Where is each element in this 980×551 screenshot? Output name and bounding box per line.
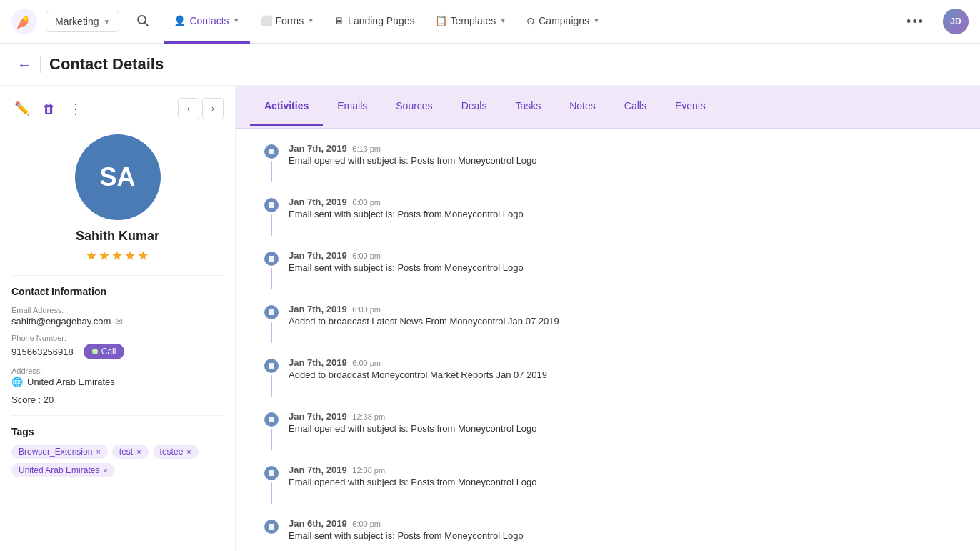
activity-time-detail: 6:00 pm bbox=[352, 198, 381, 207]
activity-time: Jan 7th, 2019 6:13 pm bbox=[289, 143, 951, 154]
separator-2 bbox=[11, 415, 224, 416]
tags-title: Tags bbox=[11, 426, 224, 437]
activity-item: Jan 7th, 2019 6:00 pm Added to broadcast… bbox=[264, 304, 951, 343]
forms-chevron-icon: ▼ bbox=[307, 16, 314, 24]
contact-navigation-arrows: ‹ › bbox=[178, 98, 224, 119]
app-logo[interactable] bbox=[11, 9, 37, 34]
activity-icon bbox=[264, 144, 279, 159]
more-options-button[interactable]: ⋮ bbox=[66, 97, 86, 120]
email-row: Email Address: sahith@engagebay.com ✉ bbox=[11, 306, 224, 327]
prev-contact-button[interactable]: ‹ bbox=[178, 98, 199, 119]
activity-description: Email opened with subject is: Posts from… bbox=[289, 423, 951, 434]
timeline-line bbox=[271, 161, 272, 182]
contact-info-title: Contact Information bbox=[11, 286, 224, 297]
tag-remove-button[interactable]: × bbox=[96, 447, 100, 456]
timeline-col bbox=[264, 357, 279, 397]
timeline-line bbox=[271, 268, 272, 289]
tab-calls[interactable]: Calls bbox=[610, 87, 661, 126]
tag-label: United Arab Emirates bbox=[19, 465, 99, 475]
call-button[interactable]: Call bbox=[84, 344, 125, 359]
tag-remove-button[interactable]: × bbox=[186, 447, 191, 456]
edit-button[interactable]: ✏️ bbox=[11, 98, 33, 119]
activity-description: Email opened with subject is: Posts from… bbox=[289, 155, 951, 166]
tags-section: Tags Browser_Extension×test×testee×Unite… bbox=[11, 426, 224, 477]
tab-emails[interactable]: Emails bbox=[323, 87, 381, 126]
activity-time: Jan 7th, 2019 6:00 pm bbox=[289, 250, 951, 261]
search-button[interactable] bbox=[131, 9, 155, 35]
user-avatar[interactable]: JD bbox=[943, 9, 969, 34]
activity-icon bbox=[264, 198, 279, 212]
nav-item-templates[interactable]: 📋 Templates ▼ bbox=[425, 0, 517, 44]
address-label: Address: bbox=[11, 367, 224, 375]
workspace-label: Marketing bbox=[55, 16, 99, 27]
svg-rect-4 bbox=[269, 202, 274, 208]
score-row: Score : 20 bbox=[11, 394, 224, 405]
forms-icon: ⬜ bbox=[260, 15, 272, 26]
activity-content: Jan 7th, 2019 6:00 pm Email sent with su… bbox=[289, 250, 951, 289]
header-divider bbox=[40, 56, 41, 73]
activity-description: Email sent with subject is: Posts from M… bbox=[289, 209, 951, 219]
tag-item: United Arab Emirates× bbox=[11, 463, 115, 477]
activity-item: Jan 7th, 2019 12:38 pm Email opened with… bbox=[264, 465, 951, 504]
email-icon: ✉ bbox=[115, 316, 123, 327]
activity-item: Jan 7th, 2019 6:13 pm Email opened with … bbox=[264, 143, 951, 182]
delete-button[interactable]: 🗑 bbox=[40, 99, 59, 119]
tag-remove-button[interactable]: × bbox=[103, 466, 107, 475]
contact-avatar: SA bbox=[75, 134, 161, 220]
activity-time: Jan 6th, 2019 6:00 pm bbox=[289, 518, 951, 529]
activity-time: Jan 7th, 2019 12:38 pm bbox=[289, 465, 951, 475]
address-value: 🌐 United Arab Emirates bbox=[11, 377, 224, 387]
activity-item: Jan 6th, 2019 6:00 pm Email sent with su… bbox=[264, 518, 951, 541]
activity-time: Jan 7th, 2019 6:00 pm bbox=[289, 197, 951, 207]
activity-content: Jan 7th, 2019 12:38 pm Email opened with… bbox=[289, 465, 951, 504]
activity-description: Email sent with subject is: Posts from M… bbox=[289, 262, 951, 273]
sidebar-actions: ✏️ 🗑 ⋮ ‹ › bbox=[11, 97, 224, 120]
activity-time-detail: 6:00 pm bbox=[352, 305, 381, 314]
timeline-line bbox=[271, 214, 272, 236]
page-header: ← Contact Details bbox=[0, 44, 980, 86]
timeline-line bbox=[271, 322, 272, 343]
workspace-selector[interactable]: Marketing ▼ bbox=[46, 11, 119, 32]
tag-label: Browser_Extension bbox=[19, 447, 92, 457]
tag-remove-button[interactable]: × bbox=[136, 447, 141, 456]
contact-sidebar: ✏️ 🗑 ⋮ ‹ › SA Sahith Kumar ★★★★★ Contact… bbox=[0, 86, 236, 551]
tab-tasks[interactable]: Tasks bbox=[501, 87, 555, 126]
next-contact-button[interactable]: › bbox=[202, 98, 224, 119]
activity-description: Added to broadcast Moneycontrol Market R… bbox=[289, 369, 951, 380]
activity-icon bbox=[264, 520, 279, 534]
tab-deals[interactable]: Deals bbox=[447, 87, 501, 126]
timeline-col bbox=[264, 465, 279, 504]
nav-item-landing-pages[interactable]: 🖥 Landing Pages bbox=[324, 0, 424, 44]
tags-list: Browser_Extension×test×testee×United Ara… bbox=[11, 445, 224, 477]
tab-activities[interactable]: Activities bbox=[250, 87, 323, 126]
timeline-col bbox=[264, 143, 279, 182]
timeline-col bbox=[264, 197, 279, 236]
timeline-col bbox=[264, 411, 279, 450]
templates-chevron-icon: ▼ bbox=[499, 16, 506, 24]
svg-rect-9 bbox=[269, 470, 274, 476]
activity-icon bbox=[264, 359, 279, 373]
nav-more-button[interactable]: ••• bbox=[899, 14, 931, 29]
workspace-chevron-icon: ▼ bbox=[103, 18, 110, 26]
tab-sources[interactable]: Sources bbox=[381, 87, 446, 126]
email-label: Email Address: bbox=[11, 306, 224, 314]
nav-item-contacts[interactable]: 👤 Contacts ▼ bbox=[164, 0, 249, 44]
top-navigation: Marketing ▼ 👤 Contacts ▼ ⬜ Forms ▼ 🖥 Lan… bbox=[0, 0, 980, 44]
campaigns-chevron-icon: ▼ bbox=[593, 16, 600, 24]
nav-item-campaigns[interactable]: ⊙ Campaigns ▼ bbox=[516, 0, 610, 44]
svg-rect-3 bbox=[269, 149, 274, 154]
tag-item: testee× bbox=[153, 445, 199, 459]
activity-content: Jan 7th, 2019 6:00 pm Added to broadcast… bbox=[289, 357, 951, 397]
back-button[interactable]: ← bbox=[17, 56, 31, 73]
avatar-initials: JD bbox=[943, 9, 969, 34]
tag-item: Browser_Extension× bbox=[11, 445, 108, 459]
contact-rating: ★★★★★ bbox=[86, 248, 150, 264]
timeline-col bbox=[264, 518, 279, 541]
tab-events[interactable]: Events bbox=[661, 87, 720, 126]
tab-notes[interactable]: Notes bbox=[555, 87, 610, 126]
activity-time-detail: 6:00 pm bbox=[352, 520, 381, 528]
contact-info-section: Contact Information Email Address: sahit… bbox=[11, 286, 224, 405]
contact-avatar-section: SA Sahith Kumar ★★★★★ bbox=[11, 134, 224, 264]
timeline-col bbox=[264, 250, 279, 289]
nav-item-forms[interactable]: ⬜ Forms ▼ bbox=[250, 0, 325, 44]
